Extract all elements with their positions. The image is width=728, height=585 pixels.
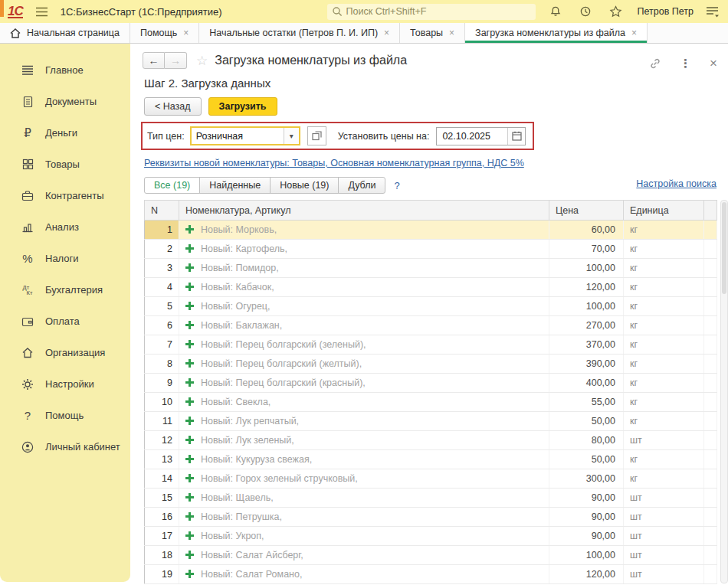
- sidebar-item-personal-account[interactable]: Личный кабинет: [0, 431, 130, 462]
- row-nomenclature[interactable]: Новый: Перец болгарский (зеленый),: [179, 335, 549, 355]
- row-nomenclature[interactable]: Новый: Укроп,: [179, 527, 549, 546]
- sidebar-item-documents[interactable]: Документы: [0, 86, 130, 117]
- tab-close-icon[interactable]: ×: [183, 28, 189, 38]
- price-date-field[interactable]: 02.10.2025: [436, 127, 526, 145]
- table-row[interactable]: 9Новый: Перец болгарский (красный),400,0…: [145, 374, 717, 393]
- row-unit[interactable]: кг: [624, 374, 704, 393]
- row-nomenclature[interactable]: Новый: Огурец,: [179, 297, 549, 316]
- table-row[interactable]: 18Новый: Салат Айсберг,100,00шт: [145, 546, 717, 565]
- row-nomenclature[interactable]: Новый: Картофель,: [179, 240, 549, 259]
- sidebar-item-counterparties[interactable]: Контрагенты: [0, 180, 130, 211]
- search-input[interactable]: [346, 6, 531, 17]
- sidebar-item-money[interactable]: ₽ Деньги: [0, 117, 130, 149]
- row-nomenclature[interactable]: Новый: Лук репчатый,: [179, 412, 549, 431]
- col-header-price[interactable]: Цена: [549, 201, 624, 221]
- row-nomenclature[interactable]: Новый: Лук зеленый,: [179, 431, 549, 450]
- calendar-icon[interactable]: [507, 128, 525, 145]
- row-price[interactable]: 120,00: [549, 278, 624, 297]
- row-price[interactable]: 80,00: [549, 431, 624, 450]
- row-unit[interactable]: кг: [624, 450, 704, 469]
- row-unit[interactable]: кг: [624, 221, 704, 240]
- row-nomenclature[interactable]: Новый: Горох зеленый стручковый,: [179, 469, 549, 489]
- row-price[interactable]: 100,00: [549, 259, 624, 278]
- table-row[interactable]: 2Новый: Картофель,70,00кг: [145, 240, 717, 259]
- row-unit[interactable]: шт: [624, 431, 704, 450]
- row-price[interactable]: 50,00: [549, 450, 624, 469]
- row-unit[interactable]: кг: [624, 297, 704, 316]
- back-button[interactable]: < Назад: [144, 97, 202, 116]
- sidebar-item-taxes[interactable]: % Налоги: [0, 243, 130, 274]
- user-menu-icon[interactable]: [706, 5, 719, 18]
- sidebar-item-settings[interactable]: Настройки: [0, 368, 130, 400]
- row-unit[interactable]: кг: [624, 278, 704, 297]
- table-row[interactable]: 8Новый: Перец болгарский (желтый),390,00…: [145, 355, 717, 374]
- tab-close-icon[interactable]: ×: [631, 28, 637, 38]
- row-nomenclature[interactable]: Новый: Баклажан,: [179, 316, 549, 335]
- row-unit[interactable]: кг: [624, 259, 704, 278]
- table-row[interactable]: 5Новый: Огурец,100,00кг: [145, 297, 717, 316]
- row-price[interactable]: 390,00: [549, 355, 624, 374]
- row-unit[interactable]: шт: [624, 489, 704, 508]
- tab-opening-balances[interactable]: Начальные остатки (Петров П. И. ИП) ×: [199, 23, 400, 43]
- col-header-nomenclature[interactable]: Номенклатура, Артикул: [179, 201, 549, 221]
- row-unit[interactable]: кг: [624, 335, 704, 355]
- row-unit[interactable]: шт: [624, 546, 704, 565]
- table-row[interactable]: 3Новый: Помидор,100,00кг: [145, 259, 717, 278]
- filter-all-button[interactable]: Все (19): [144, 177, 200, 194]
- col-header-n[interactable]: N: [145, 201, 179, 221]
- search-settings-link[interactable]: Настройка поиска: [636, 178, 717, 189]
- more-actions-icon[interactable]: ⋮: [680, 57, 691, 70]
- tab-home[interactable]: Начальная страница: [0, 23, 130, 43]
- row-nomenclature[interactable]: Новый: Свекла,: [179, 393, 549, 412]
- table-row[interactable]: 7Новый: Перец болгарский (зеленый),370,0…: [145, 335, 717, 355]
- filter-found-button[interactable]: Найденные: [199, 177, 271, 194]
- close-form-icon[interactable]: ×: [710, 56, 717, 71]
- row-price[interactable]: 300,00: [549, 469, 624, 489]
- favorites-star-icon[interactable]: [609, 5, 622, 18]
- row-price[interactable]: 90,00: [549, 489, 624, 508]
- row-price[interactable]: 270,00: [549, 316, 624, 335]
- tab-help[interactable]: Помощь ×: [130, 23, 199, 43]
- table-row[interactable]: 17Новый: Укроп,90,00шт: [145, 527, 717, 546]
- sidebar-item-accounting[interactable]: ДтКт Бухгалтерия: [0, 274, 130, 306]
- table-row[interactable]: 12Новый: Лук зеленый,80,00шт: [145, 431, 717, 450]
- row-nomenclature[interactable]: Новый: Петрушка,: [179, 508, 549, 527]
- row-price[interactable]: 60,00: [549, 221, 624, 240]
- chevron-down-icon[interactable]: ▾: [284, 128, 299, 144]
- tab-goods[interactable]: Товары ×: [400, 23, 465, 43]
- row-nomenclature[interactable]: Новый: Щавель,: [179, 489, 549, 508]
- price-type-select[interactable]: Розничная ▾: [190, 126, 300, 145]
- row-price[interactable]: 90,00: [549, 527, 624, 546]
- scrollbar-thumb[interactable]: [722, 202, 726, 294]
- col-header-unit[interactable]: Единица: [624, 201, 704, 221]
- table-row[interactable]: 16Новый: Петрушка,90,00шт: [145, 508, 717, 527]
- table-row[interactable]: 1Новый: Морковь,60,00кг: [145, 221, 717, 240]
- new-item-requisites-link[interactable]: Реквизиты новой номенклатуры: Товары, Ос…: [144, 158, 524, 168]
- notifications-bell-icon[interactable]: [549, 5, 562, 18]
- table-row[interactable]: 19Новый: Салат Романо,120,00шт: [145, 565, 717, 584]
- tab-close-icon[interactable]: ×: [449, 28, 454, 38]
- row-price[interactable]: 120,00: [549, 565, 624, 584]
- row-nomenclature[interactable]: Новый: Перец болгарский (красный),: [179, 374, 549, 393]
- sidebar-item-analysis[interactable]: Анализ: [0, 211, 130, 243]
- row-price[interactable]: 370,00: [549, 335, 624, 355]
- filters-help-icon[interactable]: ?: [394, 180, 399, 191]
- current-user[interactable]: Петров Петр: [638, 6, 694, 17]
- sidebar-item-organization[interactable]: Организация: [0, 337, 130, 368]
- forward-nav-button[interactable]: →: [165, 52, 187, 69]
- row-nomenclature[interactable]: Новый: Кабачок,: [179, 278, 549, 297]
- filter-new-button[interactable]: Новые (19): [270, 177, 339, 194]
- row-price[interactable]: 70,00: [549, 240, 624, 259]
- get-link-icon[interactable]: [649, 57, 661, 70]
- history-icon[interactable]: [579, 5, 592, 18]
- favorite-star-icon[interactable]: ☆: [196, 53, 208, 69]
- table-row[interactable]: 6Новый: Баклажан,270,00кг: [145, 316, 717, 335]
- tab-close-icon[interactable]: ×: [384, 28, 389, 38]
- tab-load-nomenclature[interactable]: Загрузка номенклатуры из файла ×: [465, 23, 648, 43]
- row-price[interactable]: 90,00: [549, 508, 624, 527]
- filter-duplicates-button[interactable]: Дубли: [338, 177, 385, 194]
- sidebar-item-payment[interactable]: Оплата: [0, 306, 130, 337]
- back-nav-button[interactable]: ←: [143, 52, 165, 69]
- table-row[interactable]: 15Новый: Щавель,90,00шт: [145, 489, 717, 508]
- sidebar-item-goods[interactable]: Товары: [0, 149, 130, 180]
